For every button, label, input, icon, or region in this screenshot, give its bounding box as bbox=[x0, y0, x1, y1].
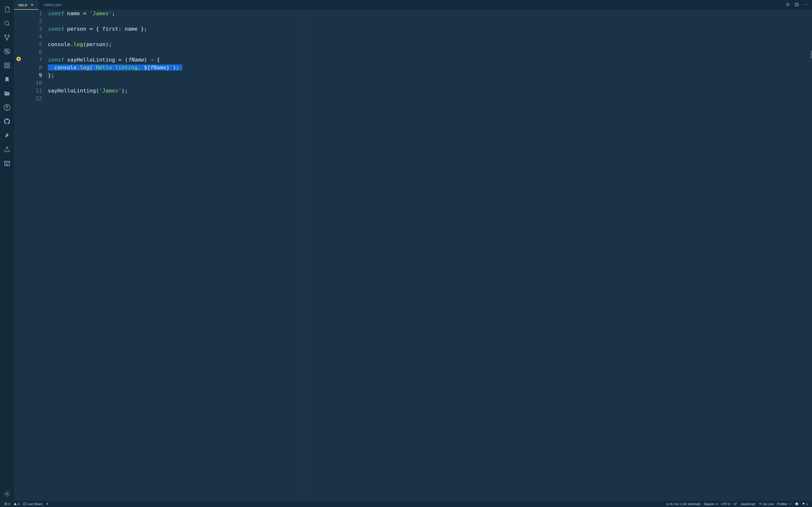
files-icon[interactable] bbox=[0, 2, 14, 16]
azure-icon[interactable] bbox=[0, 128, 14, 143]
svg-rect-7 bbox=[7, 63, 9, 65]
share-icon[interactable] bbox=[0, 143, 14, 157]
status-live-share-label: Live Share bbox=[27, 502, 42, 506]
svg-point-14 bbox=[804, 4, 805, 5]
status-cursor[interactable]: Ln 9, Col 1 (42 selected) bbox=[665, 502, 702, 506]
code-line[interactable]: const person = { first: name }; bbox=[48, 25, 812, 33]
browser-preview-icon[interactable] bbox=[0, 157, 14, 170]
status-indent[interactable]: Spaces: 4 bbox=[702, 502, 719, 506]
svg-point-21 bbox=[797, 503, 797, 504]
code-lines[interactable]: const name = 'James';const person = { fi… bbox=[48, 10, 812, 102]
close-icon[interactable]: ✕ bbox=[30, 3, 34, 7]
status-warnings-count: 0 bbox=[18, 502, 19, 506]
status-bar: 0 0 Live Share Ln 9, Col 1 (42 selected)… bbox=[0, 501, 812, 507]
code-line[interactable] bbox=[48, 48, 812, 56]
tab-bar: app.js ✕ .eslintrc.json bbox=[14, 0, 812, 10]
status-bell[interactable]: 1 bbox=[800, 502, 810, 506]
more-icon[interactable] bbox=[803, 2, 808, 7]
code-line[interactable]: console.log(`Hello linting, ${fName}`); bbox=[48, 64, 812, 71]
tab-app-js[interactable]: app.js ✕ bbox=[14, 0, 39, 10]
tab-label: .eslintrc.json bbox=[43, 3, 62, 7]
status-live-share[interactable]: Live Share bbox=[21, 501, 44, 507]
status-warnings[interactable]: 0 bbox=[12, 501, 21, 507]
svg-point-15 bbox=[805, 4, 806, 5]
tab-eslintrc[interactable]: .eslintrc.json bbox=[39, 0, 66, 10]
code-line[interactable] bbox=[48, 33, 812, 41]
status-errors[interactable]: 0 bbox=[2, 501, 12, 507]
code-editor[interactable]: 123456789101112 const name = 'James';con… bbox=[14, 10, 812, 501]
status-language[interactable]: JavaScript bbox=[739, 502, 757, 506]
run-icon[interactable] bbox=[786, 2, 790, 7]
code-line[interactable]: }; bbox=[48, 71, 812, 79]
status-encoding[interactable]: UTF-8 bbox=[719, 502, 732, 506]
code-line[interactable]: sayHelloLinting('James'); bbox=[48, 87, 812, 95]
lightbulb-icon[interactable] bbox=[16, 57, 21, 61]
search-icon[interactable] bbox=[0, 16, 14, 31]
bookmark-icon[interactable] bbox=[0, 72, 14, 87]
tab-label: app.js bbox=[18, 3, 27, 7]
svg-point-16 bbox=[806, 4, 807, 5]
code-line[interactable] bbox=[48, 95, 812, 102]
gear-icon[interactable] bbox=[0, 487, 14, 501]
svg-point-2 bbox=[8, 35, 9, 36]
debug-icon[interactable] bbox=[0, 44, 14, 58]
status-quick-action[interactable] bbox=[44, 501, 51, 507]
status-feedback[interactable] bbox=[794, 502, 800, 506]
code-line[interactable]: console.log(person); bbox=[48, 41, 812, 48]
svg-point-12 bbox=[6, 493, 8, 495]
status-errors-count: 0 bbox=[8, 502, 10, 506]
source-control-icon[interactable] bbox=[0, 31, 14, 44]
svg-point-20 bbox=[796, 503, 796, 504]
status-eol[interactable]: LF bbox=[732, 502, 739, 506]
activity-bar bbox=[0, 0, 14, 501]
svg-rect-8 bbox=[5, 66, 6, 68]
code-line[interactable]: const sayHelloLinting = (fName) ⇒ { bbox=[48, 56, 812, 64]
svg-point-0 bbox=[5, 21, 9, 25]
code-line[interactable] bbox=[48, 17, 812, 25]
svg-rect-6 bbox=[5, 63, 6, 65]
svg-rect-9 bbox=[7, 66, 9, 68]
folder-icon[interactable] bbox=[0, 87, 14, 101]
status-prettier[interactable]: Prettier: ✓ bbox=[775, 502, 794, 506]
svg-point-18 bbox=[760, 503, 761, 504]
code-line[interactable] bbox=[48, 79, 812, 87]
code-line[interactable]: const name = 'James'; bbox=[48, 10, 812, 17]
git-branch-icon[interactable] bbox=[0, 101, 14, 114]
status-go-live[interactable]: Go Live bbox=[757, 502, 775, 506]
github-icon[interactable] bbox=[0, 114, 14, 128]
split-editor-icon[interactable] bbox=[795, 2, 799, 7]
svg-point-3 bbox=[6, 39, 8, 40]
gutter: 123456789101112 bbox=[14, 10, 48, 501]
svg-point-1 bbox=[5, 35, 6, 36]
svg-point-19 bbox=[795, 502, 798, 505]
extensions-icon[interactable] bbox=[0, 58, 14, 72]
